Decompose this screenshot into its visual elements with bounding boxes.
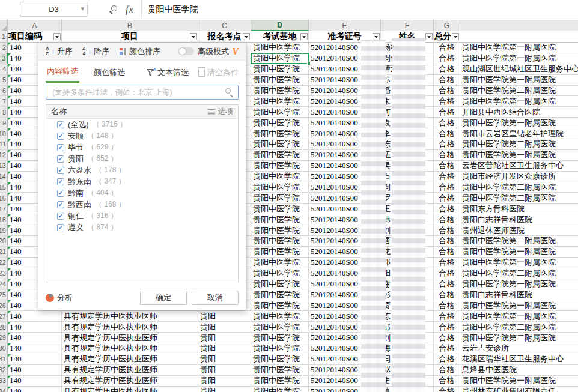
row-number[interactable]: 22 [0,258,8,268]
cell-hospital[interactable]: 贵阳中医学院第二附属医院 [460,86,578,96]
cell-exam-base[interactable]: 贵阳中医学院 [251,343,309,354]
row-number[interactable]: 11 [0,139,8,149]
text-filter-button[interactable]: A 文本筛选 [147,67,189,78]
row-number[interactable]: 28 [0,322,8,332]
cell-exam-base[interactable]: 贵阳中医学院 [251,225,309,235]
column-letter-F[interactable]: F [381,20,434,31]
cell-exam-base[interactable]: 贵阳中医学院 [251,268,309,279]
row-number[interactable]: 3 [0,53,8,64]
sort-descending-button[interactable]: ZA↓ 降序 [82,46,109,57]
column-letter-D[interactable]: D [251,20,309,31]
tab-color-filter[interactable]: 颜色筛选 [93,64,126,82]
cell-exam-base[interactable]: 贵阳中医学院 [251,172,309,182]
cell-exam-base[interactable]: 贵阳中医学院 [251,204,309,214]
column-letter-C[interactable]: C [198,20,251,31]
cell-hospital[interactable]: 贵阳中医学院第一附属医院 [460,311,578,321]
cell-result[interactable]: 合格 [434,96,460,106]
cell-exam-base[interactable]: 贵阳中医学院 [251,354,309,364]
cell-exam-base[interactable]: 贵阳中医学院 [251,150,309,160]
filter-item-六盘水[interactable]: ✓六盘水（ 178 ） [46,164,238,176]
row-number[interactable]: 31 [0,354,8,364]
cell-hospital[interactable]: 贵阳中医学院第二附属医院 [460,236,578,246]
row-number[interactable]: 19 [0,225,8,235]
cell-result[interactable]: 合格 [434,43,460,53]
cell-project-code[interactable]: 140 [8,333,62,343]
cell-result[interactable]: 合格 [434,161,460,171]
cell-hospital[interactable]: 贵阳中医学院第二附属医院 [460,322,578,332]
row-number[interactable]: 20 [0,236,8,246]
clear-filter-button[interactable]: 清空条件 [198,67,239,78]
cell-project-code[interactable]: 140 [8,376,62,386]
cell-result[interactable]: 合格 [434,322,460,332]
filter-search-box[interactable] [46,85,239,100]
cell-hospital[interactable]: 贵阳市经济开发区众康诊所 [460,172,578,182]
header-cell-d[interactable]: 考试基地 [251,31,309,42]
cell-registration-site[interactable]: 贵阳 [198,322,251,332]
cell-result[interactable]: 合格 [434,343,460,354]
cell-hospital[interactable]: 贵州林东矿业集团有限责任 [460,387,578,392]
cell-result[interactable]: 合格 [434,236,460,246]
formula-bar[interactable]: 贵阳中医学院 [141,0,578,19]
cell-exam-base[interactable]: 贵阳中医学院 [251,214,309,225]
cell-result[interactable]: 合格 [434,247,460,257]
cell-hospital[interactable]: 贵阳中医学院第一附属医院 [460,53,578,64]
cell-exam-base[interactable]: 贵阳中医学院 [251,128,309,139]
cell-exam-base[interactable]: 贵阳中医学院 [251,236,309,246]
cell-exam-base[interactable]: 贵阳中医学院 [251,258,309,268]
options-button[interactable]: 选项 [208,106,233,117]
cell-exam-base[interactable]: 贵阳中医学院 [251,43,309,53]
advanced-mode-toggle[interactable] [178,47,194,55]
cell-result[interactable]: 合格 [434,139,460,149]
search-icon[interactable] [225,88,233,96]
cell-result[interactable]: 合格 [434,376,460,386]
cell-exam-base[interactable]: 贵阳中医学院 [251,182,309,193]
row-number[interactable]: 5 [0,75,8,85]
checkbox-checked-icon[interactable]: ✓ [57,201,64,208]
name-box[interactable]: D3 ▾ [20,2,88,17]
cell-registration-site[interactable]: 贵阳 [198,354,251,364]
cell-exam-base[interactable]: 贵阳中医学院 [251,161,309,171]
filter-dropdown-icon[interactable] [452,33,459,40]
row-number[interactable]: 34 [0,387,8,392]
analyze-button[interactable]: 分析 [46,292,73,303]
row-number[interactable]: 4 [0,64,8,74]
magnifier-icon[interactable] [109,5,117,13]
row-number[interactable]: 24 [0,279,8,289]
cell-hospital[interactable]: 观山湖区世纪城社区卫生服务中心 [460,64,578,74]
column-letter-A[interactable]: A [8,20,62,31]
cell-exam-base[interactable]: 贵阳中医学院 [251,96,309,106]
cell-exam-base[interactable]: 贵阳中医学院 [251,387,309,392]
filter-dropdown-icon[interactable] [190,33,197,40]
row-number[interactable]: 21 [0,247,8,257]
cell-result[interactable]: 合格 [434,172,460,182]
cell-project-code[interactable]: 140 [8,311,62,321]
cell-exam-base[interactable]: 贵阳中医学院 [251,86,309,96]
header-cell-b[interactable]: 项目 [62,31,198,42]
row-number[interactable]: 9 [0,118,8,128]
row-number[interactable]: 25 [0,289,8,300]
cell-hospital[interactable]: 花溪区瑞华社区卫生服务中心 [460,354,578,364]
cell-project-code[interactable]: 140 [8,365,62,375]
cell-registration-site[interactable]: 贵阳 [198,365,251,375]
insert-function-icon[interactable]: fx [126,4,134,15]
checkbox-checked-icon[interactable]: ✓ [57,167,64,174]
cell-exam-base[interactable]: 贵阳中医学院 [251,311,309,321]
column-letter-G[interactable]: G [434,20,460,31]
cell-project-code[interactable]: 140 [8,343,62,354]
sort-ascending-button[interactable]: AZ↓ 升序 [46,46,73,57]
cell-hospital[interactable]: 云岩区普陀社区卫生服务中心 [460,161,578,171]
checkbox-checked-icon[interactable]: ✓ [57,213,64,220]
row-number[interactable]: 2 [0,43,8,53]
cell-exam-base[interactable]: 贵阳中医学院 [251,376,309,386]
cell-hospital[interactable]: 贵阳中医学院第一附属医院 [460,118,578,128]
filter-item-安顺[interactable]: ✓安顺（ 148 ） [46,130,238,142]
cell-project[interactable]: 具有规定学历中医执业医师 [62,354,198,364]
cell-hospital[interactable]: 贵阳中医学院第一附属医院 [460,96,578,106]
column-letter-B[interactable]: B [62,20,198,31]
row-number[interactable]: 27 [0,311,8,321]
cell-exam-base[interactable]: 贵阳中医学院 [251,64,309,74]
row-number[interactable]: 13 [0,161,8,171]
cell-exam-base[interactable]: 贵阳中医学院 [251,289,309,300]
row-number[interactable]: 17 [0,204,8,214]
cell-hospital[interactable]: 贵阳中医学院第一附属医院 [460,247,578,257]
